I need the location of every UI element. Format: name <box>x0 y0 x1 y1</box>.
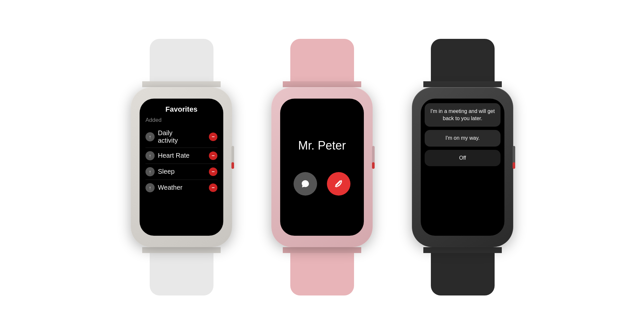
fav-remove-heart[interactable]: − <box>209 151 217 160</box>
watch1-band-top <box>150 39 213 81</box>
watch2-connector-top <box>283 81 361 87</box>
fav-arrow-weather: ↑ <box>145 183 155 192</box>
watch3-side-button-red[interactable] <box>513 162 515 169</box>
watch1-side-button-red[interactable] <box>231 162 234 169</box>
fav-remove-sleep[interactable]: − <box>209 167 217 176</box>
favorites-item-heart-rate[interactable]: ↑ Heart Rate − <box>145 148 217 164</box>
favorites-section-label: Added <box>145 117 217 123</box>
message-button[interactable] <box>294 172 317 196</box>
decline-button[interactable] <box>327 172 350 196</box>
watches-container: Favorites Added ↑ Dailyactivity − ↑ Hear… <box>0 0 644 334</box>
favorites-item-daily-activity[interactable]: ↑ Dailyactivity − <box>145 126 217 148</box>
reply-option-meeting[interactable]: I'm in a meeting and will get back to yo… <box>425 103 500 127</box>
watch1-connector-top <box>142 81 221 87</box>
watch1-band-bottom <box>150 253 213 295</box>
watch3-band-bottom <box>431 253 495 295</box>
fav-arrow-sleep: ↑ <box>145 167 155 176</box>
watch2-band-top <box>290 39 354 81</box>
fav-arrow-heart: ↑ <box>145 151 155 160</box>
fav-label-weather: Weather <box>158 184 209 191</box>
reply-screen: I'm in a meeting and will get back to yo… <box>421 99 504 236</box>
watch1-connector-bottom <box>142 247 221 253</box>
watch3-connector-bottom <box>423 247 502 253</box>
fav-label-daily: Dailyactivity <box>158 129 209 144</box>
fav-remove-daily[interactable]: − <box>209 133 217 141</box>
watch2-case: Mr. Peter <box>271 87 373 247</box>
fav-remove-weather[interactable]: − <box>209 183 217 192</box>
reply-option-onway[interactable]: I'm on my way. <box>425 130 500 146</box>
watch2-connector-bottom <box>283 247 361 253</box>
fav-arrow-daily: ↑ <box>145 132 155 141</box>
watch-2: Mr. Peter <box>271 39 373 295</box>
watch3-screen: I'm in a meeting and will get back to yo… <box>421 99 504 236</box>
call-screen: Mr. Peter <box>280 99 364 236</box>
fav-label-heart: Heart Rate <box>158 152 209 159</box>
watch1-case: Favorites Added ↑ Dailyactivity − ↑ Hear… <box>131 87 232 247</box>
watch3-connector-top <box>423 81 502 87</box>
watch3-case: I'm in a meeting and will get back to yo… <box>412 87 513 247</box>
favorites-item-sleep[interactable]: ↑ Sleep − <box>145 164 217 180</box>
favorites-item-weather[interactable]: ↑ Weather − <box>145 180 217 196</box>
watch2-band-bottom <box>290 253 354 295</box>
fav-label-sleep: Sleep <box>158 168 209 175</box>
caller-name: Mr. Peter <box>298 139 346 152</box>
watch-1: Favorites Added ↑ Dailyactivity − ↑ Hear… <box>131 39 232 295</box>
watch2-side-button-red[interactable] <box>372 162 375 169</box>
favorites-screen: Favorites Added ↑ Dailyactivity − ↑ Hear… <box>140 99 223 201</box>
watch-3: I'm in a meeting and will get back to yo… <box>412 39 513 295</box>
favorites-title: Favorites <box>145 105 217 114</box>
call-buttons <box>294 172 350 196</box>
watch3-band-top <box>431 39 495 81</box>
reply-option-off[interactable]: Off <box>425 150 500 166</box>
watch1-screen: Favorites Added ↑ Dailyactivity − ↑ Hear… <box>140 99 223 236</box>
watch2-screen: Mr. Peter <box>280 99 364 236</box>
